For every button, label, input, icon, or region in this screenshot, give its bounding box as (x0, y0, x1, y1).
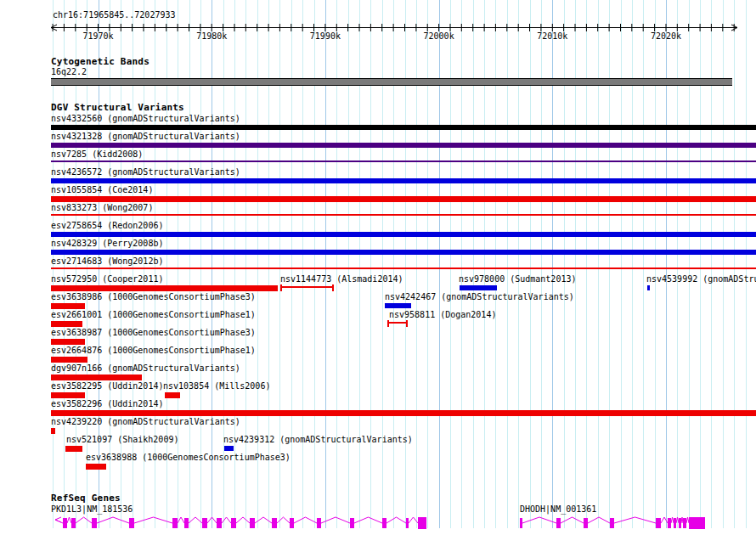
exon-block[interactable] (610, 518, 614, 528)
exon-block[interactable] (71, 518, 76, 528)
exon-block[interactable] (172, 518, 178, 528)
intron-line (561, 517, 584, 523)
exon-block[interactable] (418, 517, 426, 529)
intron-line (222, 517, 231, 523)
exon-block[interactable] (272, 518, 277, 528)
intron-line (522, 517, 556, 523)
intron-line (681, 517, 683, 523)
intron-line (277, 517, 290, 523)
exon-block[interactable] (674, 518, 676, 528)
intron-line (671, 517, 674, 523)
exon-block[interactable] (656, 518, 661, 528)
exon-block[interactable] (202, 518, 207, 528)
intron-line (294, 517, 317, 523)
exon-block[interactable] (129, 518, 134, 528)
intron-line (189, 517, 202, 523)
intron-line (686, 517, 689, 523)
intron-line (97, 517, 129, 523)
exon-block[interactable] (290, 518, 294, 528)
intron-line (76, 517, 92, 523)
exon-block[interactable] (584, 518, 588, 528)
exon-block[interactable] (250, 518, 255, 528)
intron-line (588, 517, 610, 523)
exon-block[interactable] (406, 518, 409, 528)
exon-block[interactable] (63, 518, 67, 528)
exon-block[interactable] (689, 517, 705, 529)
intron-line (614, 517, 656, 523)
exon-block[interactable] (520, 518, 522, 528)
exon-block[interactable] (217, 518, 222, 528)
intron-line (134, 517, 172, 523)
exon-block[interactable] (317, 518, 321, 528)
exon-block[interactable] (382, 518, 386, 528)
exon-block[interactable] (184, 518, 189, 528)
intron-line (321, 517, 350, 523)
intron-line (661, 517, 668, 523)
exon-block[interactable] (683, 518, 686, 528)
intron-line (676, 517, 679, 523)
intron-line (386, 517, 406, 523)
intron-line (354, 517, 382, 523)
refseq-gene-track (0, 0, 756, 535)
intron-line (178, 517, 184, 523)
intron-line (236, 517, 250, 523)
exon-block[interactable] (668, 518, 671, 528)
intron-line (409, 517, 418, 523)
exon-block[interactable] (679, 518, 681, 528)
intron-line (67, 517, 71, 523)
exon-block[interactable] (350, 518, 354, 528)
exon-block[interactable] (556, 518, 561, 528)
intron-line (255, 517, 272, 523)
exon-block[interactable] (231, 518, 236, 528)
genome-browser-view: chr16:71965845..72027933 71970k71980k719… (0, 0, 756, 535)
exon-block[interactable] (92, 518, 97, 528)
intron-line (207, 517, 217, 523)
